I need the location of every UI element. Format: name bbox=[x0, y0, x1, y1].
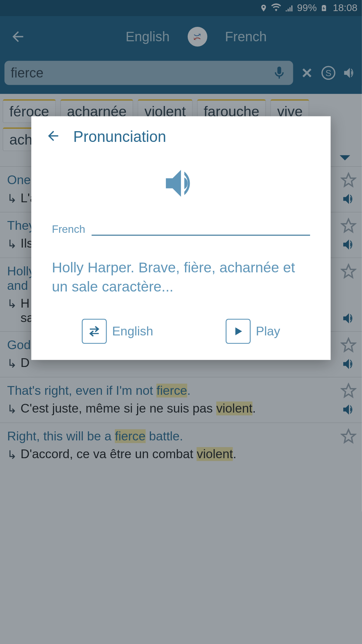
modal-sentence: Holly Harper. Brave, fière, acharnée et … bbox=[52, 258, 310, 297]
pronunciation-modal: Pronunciation French Holly Harper. Brave… bbox=[31, 116, 330, 360]
modal-input-label: French bbox=[52, 223, 85, 235]
modal-speaker-icon[interactable] bbox=[161, 163, 201, 204]
modal-back-button[interactable] bbox=[46, 128, 61, 145]
modal-input[interactable] bbox=[92, 223, 310, 235]
modal-title: Pronunciation bbox=[73, 128, 166, 145]
play-button[interactable]: Play bbox=[226, 319, 280, 344]
english-button[interactable]: English bbox=[82, 319, 153, 344]
